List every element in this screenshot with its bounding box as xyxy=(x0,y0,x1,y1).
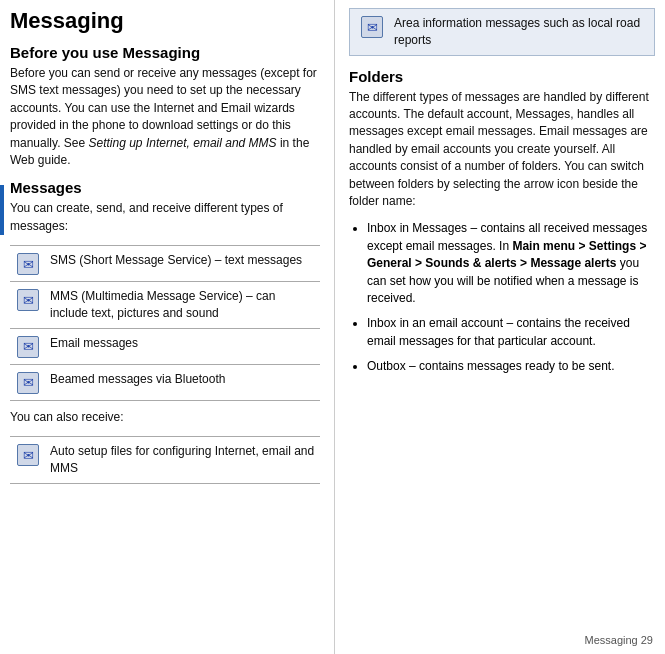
list-item: Outbox – contains messages ready to be s… xyxy=(367,358,655,375)
auto-setup-icon xyxy=(17,444,39,466)
list-item: Inbox in Messages – contains all receive… xyxy=(367,220,655,307)
section1-title: Before you use Messaging xyxy=(10,44,320,61)
left-column: Messaging Before you use Messaging Befor… xyxy=(0,0,335,654)
sms-icon xyxy=(17,253,39,275)
also-receive-table: Auto setup files for configuring Interne… xyxy=(10,436,320,484)
sms-icon-cell xyxy=(14,252,42,275)
bold-nav-path: Main menu > Settings > General > Sounds … xyxy=(367,239,646,270)
page-title: Messaging xyxy=(10,8,320,34)
area-info-text: Area information messages such as local … xyxy=(394,15,646,49)
page-container: Messaging Before you use Messaging Befor… xyxy=(0,0,665,654)
auto-setup-label: Auto setup files for configuring Interne… xyxy=(50,443,316,477)
section1-body: Before you can send or receive any messa… xyxy=(10,65,320,169)
message-types-table: SMS (Short Message Service) – text messa… xyxy=(10,245,320,401)
sms-label: SMS (Short Message Service) – text messa… xyxy=(50,252,302,269)
left-accent-bar xyxy=(0,185,4,235)
email-icon xyxy=(17,336,39,358)
section2-title: Messages xyxy=(10,179,320,196)
mms-icon xyxy=(17,289,39,311)
folders-intro: The different types of messages are hand… xyxy=(349,89,655,211)
area-info-row: Area information messages such as local … xyxy=(349,8,655,56)
right-column: Area information messages such as local … xyxy=(335,0,665,654)
email-label: Email messages xyxy=(50,335,138,352)
folders-title: Folders xyxy=(349,68,655,85)
table-row: Beamed messages via Bluetooth xyxy=(10,365,320,401)
auto-setup-icon-cell xyxy=(14,443,42,466)
table-row: MMS (Multimedia Message Service) – can i… xyxy=(10,282,320,329)
mms-icon-cell xyxy=(14,288,42,311)
table-row: Email messages xyxy=(10,329,320,365)
table-row: Auto setup files for configuring Interne… xyxy=(10,437,320,484)
area-info-icon-cell xyxy=(358,15,386,38)
folders-bullet-list: Inbox in Messages – contains all receive… xyxy=(349,220,655,375)
bluetooth-icon-cell xyxy=(14,371,42,394)
section2-intro: You can create, send, and receive differ… xyxy=(10,200,320,235)
also-receive-label: You can also receive: xyxy=(10,409,320,426)
list-item: Inbox in an email account – contains the… xyxy=(367,315,655,350)
bluetooth-label: Beamed messages via Bluetooth xyxy=(50,371,225,388)
table-row: SMS (Short Message Service) – text messa… xyxy=(10,246,320,282)
area-info-icon xyxy=(361,16,383,38)
bluetooth-icon xyxy=(17,372,39,394)
page-footer: Messaging 29 xyxy=(585,634,654,646)
mms-label: MMS (Multimedia Message Service) – can i… xyxy=(50,288,316,322)
email-icon-cell xyxy=(14,335,42,358)
